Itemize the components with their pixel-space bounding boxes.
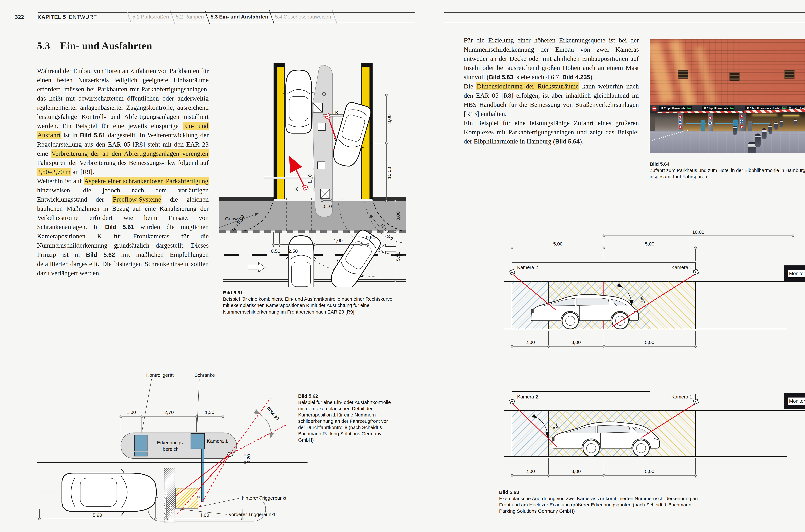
breadcrumb-slash: [269, 10, 274, 24]
pillar: [678, 113, 683, 132]
schranke-label: Schranke: [195, 373, 215, 378]
ceiling-light: [783, 115, 799, 116]
traffic-sign-icon: [708, 121, 712, 125]
figure-caption-text: Beispiel für eine Ein- oder Ausfahrt­kon…: [298, 400, 391, 442]
building-face-right: [372, 196, 406, 202]
bollard: [755, 134, 761, 147]
header-rule-top-left: [38, 12, 415, 13]
barrier-arm: [715, 123, 735, 125]
camera-k-label: K: [335, 110, 339, 115]
kamera1-label: Kamera 1: [671, 265, 692, 270]
figure-5-64-photo: P Elbphilharmoniefrei P Elbphilharmonief…: [650, 39, 805, 153]
angle-arc: [259, 414, 271, 438]
breadcrumb-slash: [127, 10, 131, 24]
breadcrumb-item-geschossbauweisen[interactable]: 5.4 Geschossbauweisen: [275, 14, 331, 20]
figure-caption-text: Beispiel für eine kombinierte Ein- und A…: [223, 296, 392, 315]
dims-bottom: [511, 458, 697, 477]
dim-020: [237, 454, 247, 463]
figure-label: Bild 5.63: [499, 489, 708, 495]
svg-text:3,00: 3,00: [396, 211, 401, 221]
svg-text:4,00: 4,00: [200, 512, 209, 518]
running-head: KAPITEL 5ENTWURF: [37, 14, 97, 20]
svg-text:5,90: 5,90: [93, 512, 102, 518]
car-exit-lane: [283, 70, 314, 133]
bollard: [780, 120, 783, 127]
traffic-sign-icon: [679, 115, 682, 118]
dims-top: [120, 416, 224, 433]
section-title-text: Ein- und Ausfahrten: [60, 40, 152, 52]
car-plan-view: [62, 469, 156, 515]
barrier-exit: [264, 177, 312, 179]
gehweg-label: Gehweg: [225, 216, 243, 221]
bollard: [794, 119, 797, 125]
svg-text:0,50: 0,50: [366, 235, 375, 240]
breadcrumb: 5.1 Parkstraßen 5.2 Rampen 5.3 Ein- und …: [127, 14, 336, 20]
figure-5-62-diagram: Kontrollgerät Schranke 1,00 2,70 1,30 Er…: [37, 368, 311, 525]
barrier-arm: [752, 122, 770, 124]
svg-text:2,00: 2,00: [526, 469, 535, 474]
max-angle-label: max.30°: [266, 405, 281, 423]
camera-1-icon: [693, 269, 699, 275]
facade-vent: [784, 70, 794, 79]
kamera1-label: Kamera 1: [671, 394, 692, 399]
svg-text:0,50: 0,50: [271, 248, 280, 254]
bollard: [768, 125, 772, 134]
direction-arrow-right: [248, 263, 265, 272]
kamera2-label: Kamera 2: [517, 394, 538, 399]
header-rule-bottom-left: [38, 22, 415, 22]
breadcrumb-slash: [170, 10, 175, 24]
dim-chain-a: [385, 94, 387, 202]
figure-label: Bild 5.62: [298, 393, 391, 399]
traffic-sign-icon: [740, 125, 743, 128]
paragraph: Für die Erzielung einer höheren Erkennun…: [464, 36, 639, 82]
fig563-lower: Kamera 2 Kamera 1 Monitor 30° 2,00 3,00 …: [504, 392, 805, 477]
breadcrumb-slash: [332, 10, 337, 24]
figure-caption-text: Exemplarische Anordnung von zwei Kameras…: [499, 496, 698, 514]
left-text-column: Während der Einbau von Toren an Zufahrte…: [37, 66, 209, 278]
section-title: 5.3 Ein- und Ausfahrten: [37, 40, 152, 52]
vorderer-triggerpunkt-label: vorderer Triggerpunkt: [229, 512, 275, 517]
monitor-label: Monitor: [789, 398, 805, 404]
svg-text:0,10: 0,10: [323, 204, 332, 209]
chapter-label: KAPITEL 5: [37, 14, 66, 20]
dims-top: [511, 235, 794, 262]
ceiling-light: [752, 115, 776, 115]
figure-5-63-diagram: 10,00 5,00 5,00 Kamera 2 Kamera 1 Monito…: [499, 228, 805, 482]
right-text-column: Für die Erzielung einer höheren Erkennun…: [464, 36, 639, 146]
paragraph: Die Dimensionierung der Rückstauräume ka…: [464, 82, 639, 118]
svg-text:3,00: 3,00: [387, 114, 392, 124]
svg-text:2,70: 2,70: [164, 410, 174, 415]
breadcrumb-item-parkstrassen[interactable]: 5.1 Parkstraßen: [132, 14, 169, 20]
svg-text:3,00: 3,00: [571, 340, 581, 345]
schranke-box: [191, 434, 204, 449]
bollard: [733, 126, 737, 135]
kamera2-label: Kamera 2: [517, 265, 538, 270]
figure-caption-text: Zufahrt zum Parkhaus und zum Hotel in de…: [650, 168, 805, 179]
camera-1-icon: [693, 399, 699, 404]
book-spread: { "header": { "page_left_number": "322",…: [0, 0, 805, 532]
bollard: [774, 122, 778, 130]
parking-sign-2: P Elbphilharmoniefrei: [702, 106, 734, 111]
svg-text:1,00: 1,00: [127, 410, 136, 415]
camera-2-icon: [510, 269, 515, 275]
kamera1-label: Kamera 1: [207, 438, 228, 444]
svg-text:5,50: 5,50: [396, 252, 401, 261]
control-device-entry: [313, 103, 323, 112]
figure-label: Bild 5.61: [223, 289, 397, 296]
bollard-post: [748, 121, 752, 132]
building-face-left: [219, 196, 274, 202]
header-rule-top-right: [444, 12, 805, 13]
traffic-sign-icon: [708, 116, 712, 119]
chapter-title: ENTWURF: [69, 14, 97, 20]
bollard: [748, 141, 755, 153]
figure-5-62-caption: Bild 5.62 Beispiel für eine Ein- oder Au…: [298, 393, 391, 443]
traffic-sign-icon: [740, 120, 743, 124]
svg-text:1,30: 1,30: [307, 174, 312, 184]
car-exiting-street: [286, 236, 316, 287]
svg-text:5,00: 5,00: [645, 340, 654, 345]
traffic-sign-icon: [679, 125, 682, 129]
breadcrumb-item-ein-und-ausfahrten[interactable]: 5.3 Ein- und Ausfahrten: [211, 14, 268, 20]
figure-5-64-caption: Bild 5.64 Zufahrt zum Parkhaus und zum H…: [650, 161, 805, 180]
breadcrumb-item-rampen[interactable]: 5.2 Rampen: [176, 14, 204, 20]
svg-text:5,00: 5,00: [553, 241, 563, 246]
